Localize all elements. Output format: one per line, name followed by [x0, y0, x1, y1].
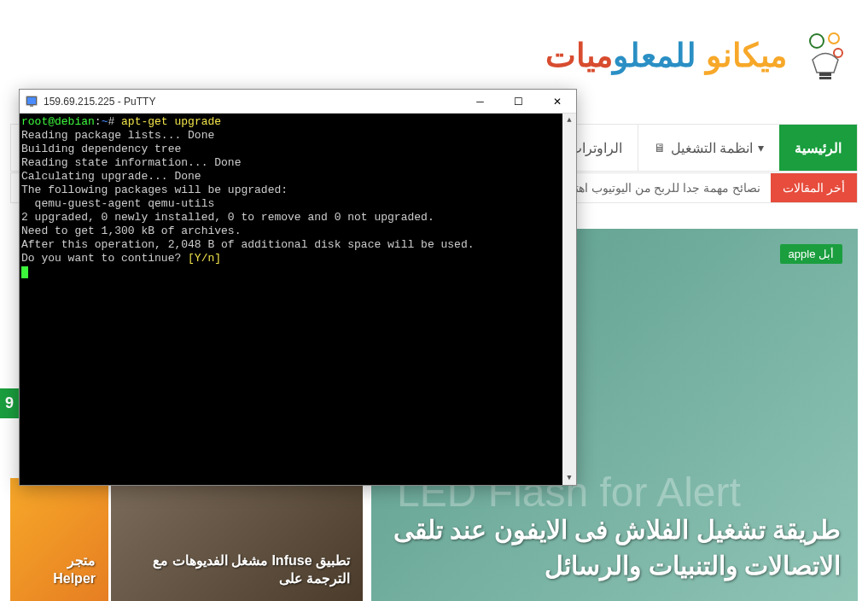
svg-rect-6 [27, 97, 36, 104]
svg-point-2 [834, 49, 842, 57]
scroll-up-button[interactable]: ▲ [562, 114, 576, 127]
terminal-area[interactable]: root@debian:~# apt-get upgrade Reading p… [20, 114, 576, 485]
article-card-helper[interactable]: متجر Helper [10, 478, 108, 601]
lightbulb-gears-icon [795, 26, 855, 85]
scroll-down-button[interactable]: ▼ [562, 471, 576, 485]
svg-point-0 [810, 34, 824, 48]
ticker-label: أخر المقالات [771, 173, 857, 202]
svg-point-1 [829, 33, 839, 44]
chevron-down-icon: ▾ [758, 141, 764, 155]
svg-rect-4 [819, 77, 831, 79]
card-title: متجر Helper [23, 552, 96, 588]
terminal-cursor [21, 266, 28, 278]
svg-rect-3 [819, 73, 831, 76]
putty-window: 159.69.215.225 - PuTTY ─ ☐ ✕ root@debian… [19, 89, 577, 486]
window-titlebar[interactable]: 159.69.215.225 - PuTTY ─ ☐ ✕ [20, 90, 576, 114]
nav-home-label: الرئيسية [795, 140, 842, 156]
monitor-icon: 🖥 [654, 141, 666, 155]
terminal-output: root@debian:~# apt-get upgrade Reading p… [21, 115, 574, 279]
maximize-button[interactable]: ☐ [499, 90, 538, 114]
scrollbar-track[interactable] [562, 127, 576, 471]
putty-icon [25, 95, 38, 108]
svg-rect-7 [30, 105, 33, 107]
nav-os[interactable]: 🖥 انظمة التشغيل ▾ [638, 125, 779, 171]
featured-article-title: طريقة تشغيل الفلاش فى الايفون عند تلقى ا… [388, 512, 841, 584]
category-badge[interactable]: أبل apple [780, 244, 842, 264]
nav-home[interactable]: الرئيسية [779, 125, 857, 171]
left-marker: 9 [0, 388, 19, 418]
minimize-button[interactable]: ─ [461, 90, 499, 114]
site-logo[interactable]: ميكانو للمعلوميات [545, 26, 855, 85]
card-title: تطبيق Infuse مشغل الفديوهات مع الترجمة ع… [124, 552, 350, 588]
logo-text: ميكانو للمعلوميات [545, 37, 787, 74]
window-title: 159.69.215.225 - PuTTY [44, 96, 461, 108]
nav-os-label: انظمة التشغيل [671, 140, 753, 156]
terminal-scrollbar[interactable]: ▲ ▼ [562, 114, 576, 485]
article-card-infuse[interactable]: تطبيق Infuse مشغل الفديوهات مع الترجمة ع… [111, 478, 363, 601]
close-button[interactable]: ✕ [538, 90, 576, 114]
